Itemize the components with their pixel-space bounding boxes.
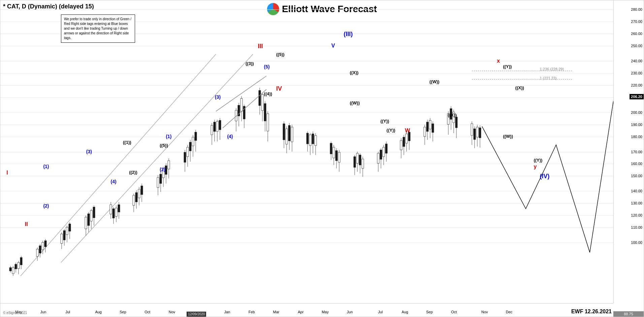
svg-rect-83 bbox=[238, 105, 240, 116]
svg-rect-47 bbox=[135, 193, 137, 202]
svg-rect-35 bbox=[93, 207, 95, 218]
footer-ewf: EWF 12.26.2021 bbox=[571, 309, 612, 315]
wave-label-5-paren: ((5)) bbox=[276, 52, 285, 57]
time-mar: Mar bbox=[273, 310, 280, 314]
svg-rect-23 bbox=[63, 230, 65, 240]
level-label-1236: 1.236 (228.29) bbox=[540, 67, 564, 71]
svg-rect-153 bbox=[447, 114, 449, 124]
level-label-1: 1 (221.23) bbox=[540, 76, 557, 80]
svg-rect-39 bbox=[112, 209, 115, 218]
svg-rect-165 bbox=[476, 127, 478, 137]
wave-label-3-paren: ((3)) bbox=[246, 61, 254, 66]
time-jun: Jun bbox=[40, 310, 46, 314]
wave-label-3b-blue: (3) bbox=[86, 149, 92, 154]
wave-label-Y-paren-a: ((Y)) bbox=[380, 119, 389, 124]
svg-rect-79 bbox=[219, 120, 221, 130]
svg-rect-5 bbox=[12, 267, 14, 274]
wave-label-4-blue: (4) bbox=[227, 134, 233, 139]
wave-label-1-blue: (1) bbox=[166, 134, 171, 139]
svg-rect-159 bbox=[455, 117, 457, 128]
wave-label-X-paren: ((X)) bbox=[350, 70, 358, 75]
svg-rect-121 bbox=[354, 157, 356, 167]
price-160: 160.00 bbox=[631, 162, 642, 166]
svg-rect-151 bbox=[432, 124, 434, 132]
wave-label-W-paren: ((W)) bbox=[350, 100, 360, 105]
footer-source: © eSignal, 2021 bbox=[3, 311, 27, 315]
svg-rect-43 bbox=[118, 205, 120, 212]
price-220: 220.00 bbox=[631, 83, 642, 87]
wave-label-4-paren: ((4)) bbox=[264, 91, 272, 96]
price-130: 130.00 bbox=[631, 201, 642, 205]
wave-label-Y-paren-b: ((Y)) bbox=[387, 128, 395, 133]
svg-rect-33 bbox=[90, 211, 92, 221]
price-260: 260.00 bbox=[631, 32, 642, 36]
svg-rect-73 bbox=[211, 125, 213, 135]
svg-rect-113 bbox=[330, 143, 332, 154]
svg-rect-91 bbox=[261, 94, 263, 110]
wave-label-X-paren-c: ((X)) bbox=[515, 85, 524, 90]
price-150: 150.00 bbox=[631, 174, 642, 178]
wave-label-5-paren-b: ((5)) bbox=[160, 143, 168, 148]
wave-label-X-paren-b: ((X)) bbox=[448, 113, 457, 118]
wave-label-2-paren: ((2)) bbox=[129, 170, 137, 175]
wave-label-1b-blue: (1) bbox=[43, 164, 49, 169]
price-230: 230.00 bbox=[631, 71, 642, 75]
svg-rect-89 bbox=[259, 90, 261, 105]
svg-rect-17 bbox=[42, 242, 44, 250]
svg-rect-3 bbox=[9, 267, 11, 271]
svg-rect-69 bbox=[192, 137, 194, 146]
svg-rect-55 bbox=[160, 174, 162, 184]
time-may-2: May bbox=[322, 310, 329, 314]
time-aug: Aug bbox=[95, 310, 102, 314]
price-270: 270.00 bbox=[631, 20, 642, 24]
time-oct-2: Oct bbox=[451, 310, 457, 314]
chart-area: (III) (1) (3) (5) (2) (4) (1) (2) (3) (4… bbox=[0, 0, 613, 303]
price-180: 180.00 bbox=[631, 135, 642, 139]
time-apr: Apr bbox=[298, 310, 303, 314]
svg-rect-19 bbox=[44, 241, 46, 247]
svg-rect-57 bbox=[162, 169, 164, 178]
chart-container: * CAT, D (Dynamic) (delayed 15) Elliott … bbox=[0, 0, 644, 317]
svg-rect-155 bbox=[450, 108, 452, 119]
svg-rect-53 bbox=[157, 178, 159, 188]
svg-rect-37 bbox=[110, 205, 112, 214]
wave-label-II-red: II bbox=[25, 221, 28, 227]
time-sep-2: Sep bbox=[426, 310, 433, 314]
svg-rect-123 bbox=[356, 153, 358, 163]
price-200: 200.00 bbox=[631, 110, 642, 115]
wave-label-1-paren: ((1)) bbox=[123, 140, 131, 145]
svg-rect-97 bbox=[283, 124, 285, 140]
svg-rect-95 bbox=[267, 114, 269, 131]
wave-label-III-blue: (III) bbox=[344, 31, 353, 38]
wave-label-W-red: W bbox=[405, 128, 410, 134]
wave-label-y-red: y bbox=[534, 164, 537, 170]
info-box: We prefer to trade only in direction of … bbox=[61, 14, 135, 43]
svg-rect-25 bbox=[66, 227, 68, 235]
wave-label-III-red: III bbox=[258, 43, 263, 50]
svg-rect-119 bbox=[338, 152, 340, 162]
svg-rect-131 bbox=[380, 150, 382, 159]
price-190: 190.00 bbox=[631, 123, 642, 127]
price-110: 110.00 bbox=[631, 225, 642, 229]
svg-rect-7 bbox=[15, 264, 17, 269]
svg-rect-51 bbox=[141, 186, 143, 195]
svg-rect-163 bbox=[474, 129, 476, 139]
time-sep: Sep bbox=[120, 310, 126, 314]
svg-rect-109 bbox=[312, 134, 314, 144]
svg-rect-59 bbox=[165, 166, 167, 175]
svg-rect-115 bbox=[333, 147, 335, 158]
svg-rect-145 bbox=[424, 127, 426, 136]
wave-label-Y-paren-c: ((Y)) bbox=[534, 158, 542, 163]
highlighted-date: 12/09/2020 bbox=[187, 312, 206, 317]
svg-rect-101 bbox=[288, 125, 290, 141]
time-dec-2: Dec bbox=[506, 310, 513, 314]
price-170: 170.00 bbox=[631, 150, 642, 154]
time-jul-2: Jul bbox=[378, 310, 383, 314]
price-axis: 280.00 270.00 260.00 250.00 240.00 230.0… bbox=[613, 0, 644, 303]
bottom-price: 88.75 bbox=[613, 311, 644, 317]
wave-label-5-blue: (5) bbox=[264, 64, 270, 69]
wave-label-I-red: I bbox=[6, 170, 8, 176]
wave-label-2b-blue: (2) bbox=[43, 203, 49, 209]
svg-rect-9 bbox=[18, 262, 20, 268]
svg-line-171 bbox=[223, 89, 266, 128]
